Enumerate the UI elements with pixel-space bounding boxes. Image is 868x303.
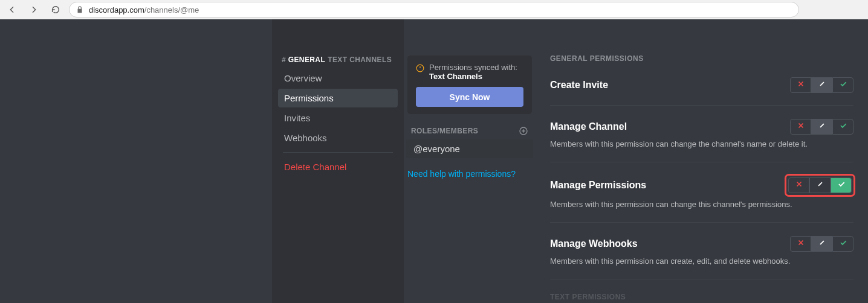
permission-create-invite: Create Invite — [550, 77, 853, 106]
help-link[interactable]: Need help with permissions? — [407, 169, 532, 179]
toggle-pass[interactable] — [811, 119, 832, 135]
x-icon — [797, 238, 805, 249]
check-icon — [839, 80, 847, 91]
permission-name: Create Invite — [550, 80, 608, 91]
toggle-allow[interactable] — [832, 236, 853, 252]
permission-name: Manage Webhooks — [550, 238, 638, 249]
permission-toggle — [790, 236, 853, 252]
lock-icon — [76, 5, 84, 14]
permission-toggle — [790, 77, 853, 93]
x-icon — [797, 121, 805, 132]
section-header-2: TEXT PERMISSIONS — [550, 293, 853, 301]
sidebar-item-overview[interactable]: Overview — [278, 69, 398, 88]
permissions-panel: GENERAL PERMISSIONS Create InviteManage … — [536, 19, 868, 303]
hash-icon: # — [282, 56, 286, 64]
address-bar[interactable]: discordapp.com/channels/@me — [69, 2, 799, 18]
permission-toggle — [790, 119, 853, 135]
x-icon — [795, 180, 803, 191]
permission-toggle — [786, 176, 853, 195]
roles-column: Permissions synced with: Text Channels S… — [404, 19, 536, 303]
slash-icon — [818, 238, 826, 249]
sidebar-item-invites[interactable]: Invites — [278, 109, 398, 127]
permission-name: Manage Channel — [550, 121, 627, 132]
slash-icon — [816, 180, 824, 191]
divider — [283, 152, 393, 153]
sync-text: Permissions synced with: — [429, 63, 517, 72]
delete-channel-button[interactable]: Delete Channel — [278, 158, 398, 176]
url-text: discordapp.com/channels/@me — [89, 5, 199, 14]
check-icon — [837, 180, 846, 191]
permission-desc: Members with this permission can change … — [550, 139, 853, 150]
browser-toolbar: discordapp.com/channels/@me — [0, 0, 868, 19]
left-gutter — [0, 19, 272, 303]
toggle-allow[interactable] — [832, 119, 853, 135]
slash-icon — [818, 121, 826, 132]
permission-manage-channel: Manage ChannelMembers with this permissi… — [550, 119, 853, 162]
sidebar-item-permissions[interactable]: Permissions — [278, 89, 398, 107]
forward-button[interactable] — [25, 1, 42, 18]
sync-target: Text Channels — [429, 72, 482, 81]
toggle-allow[interactable] — [831, 177, 852, 193]
toggle-allow[interactable] — [832, 77, 853, 93]
check-icon — [839, 121, 847, 132]
channel-name: GENERAL — [288, 56, 325, 64]
permission-desc: Members with this permission can create,… — [550, 257, 853, 267]
x-icon — [797, 80, 805, 91]
roles-header: ROLES/MEMBERS — [404, 123, 536, 139]
roles-header-label: ROLES/MEMBERS — [411, 127, 478, 135]
toggle-pass[interactable] — [811, 77, 832, 93]
toggle-deny[interactable] — [790, 236, 811, 252]
sidebar-item-webhooks[interactable]: Webhooks — [278, 129, 398, 147]
permission-manage-webhooks: Manage WebhooksMembers with this permiss… — [550, 236, 853, 279]
settings-sidebar: # GENERAL TEXT CHANNELS Overview Permiss… — [272, 19, 404, 303]
sync-card: Permissions synced with: Text Channels S… — [407, 56, 532, 114]
toggle-pass[interactable] — [811, 236, 832, 252]
slash-icon — [818, 80, 826, 91]
add-role-icon[interactable] — [519, 126, 528, 136]
check-icon — [839, 238, 847, 249]
channel-header: # GENERAL TEXT CHANNELS — [282, 56, 394, 64]
permission-manage-permissions: Manage PermissionsMembers with this perm… — [550, 176, 853, 223]
reload-button[interactable] — [47, 1, 64, 18]
role-everyone[interactable]: @everyone — [406, 139, 533, 158]
channel-category: TEXT CHANNELS — [328, 56, 392, 64]
section-header: GENERAL PERMISSIONS — [550, 54, 853, 63]
back-button[interactable] — [4, 1, 21, 18]
warning-icon — [416, 64, 424, 72]
sync-now-button[interactable]: Sync Now — [416, 87, 523, 107]
permission-desc: Members with this permission can change … — [550, 200, 853, 210]
permission-name: Manage Permissions — [550, 180, 646, 191]
toggle-pass[interactable] — [809, 177, 831, 193]
toggle-deny[interactable] — [788, 177, 809, 193]
toggle-deny[interactable] — [790, 119, 811, 135]
toggle-deny[interactable] — [790, 77, 811, 93]
app-root: # GENERAL TEXT CHANNELS Overview Permiss… — [0, 19, 868, 303]
